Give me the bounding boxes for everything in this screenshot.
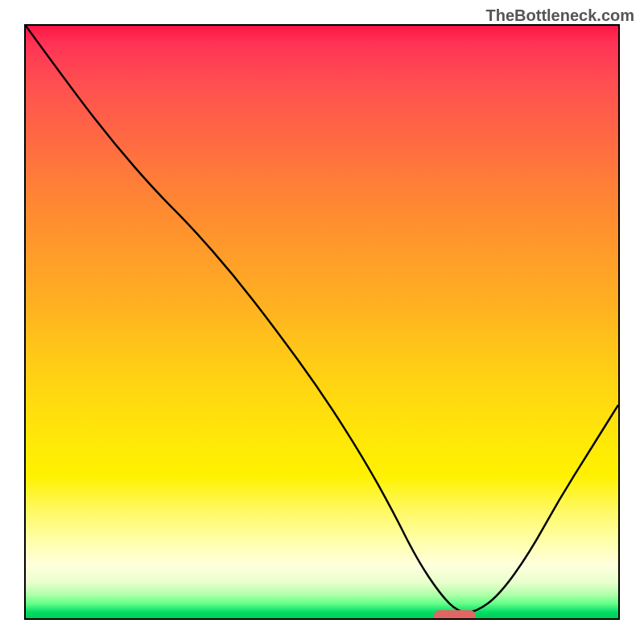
bottleneck-curve-line	[26, 26, 618, 613]
chart-area	[24, 24, 620, 620]
watermark-text: TheBottleneck.com	[486, 6, 634, 25]
optimal-marker	[434, 610, 476, 620]
curve-svg	[26, 26, 618, 618]
